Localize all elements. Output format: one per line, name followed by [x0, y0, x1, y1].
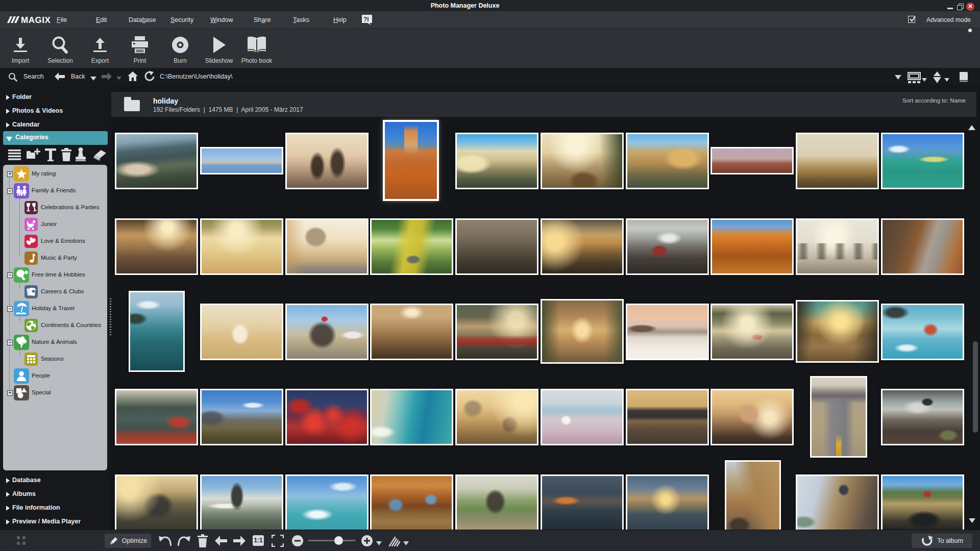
svg-text:MAGIX: MAGIX [21, 15, 51, 25]
svg-text:?i: ?i [363, 16, 369, 23]
